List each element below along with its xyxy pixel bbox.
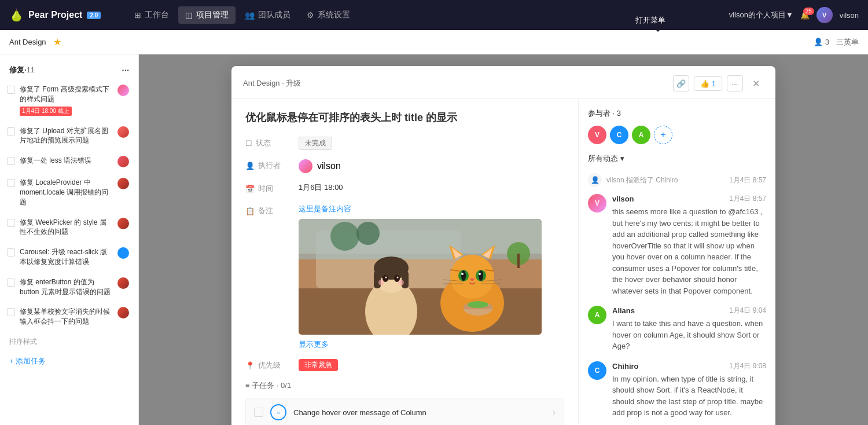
svg-rect-2 [299, 288, 542, 335]
show-more-link[interactable]: 显示更多 [299, 339, 564, 350]
task-text: Carousel: 升级 react-slick 版本以修复宽度计算错误 [20, 247, 113, 267]
settings-icon: ⚙ [307, 10, 314, 20]
participants-header: 参与者 · 3 [588, 108, 766, 119]
modal-header-actions: 🔗 👍 1 ··· ✕ [673, 75, 764, 91]
comment-content-alians: Alians 1月4日 9:04 I want to take this and… [612, 306, 766, 352]
task-detail-modal: Ant Design · 升级 🔗 👍 1 ··· ✕ [231, 66, 775, 425]
priority-value[interactable]: 非常紧急 [299, 359, 338, 371]
task-checkbox[interactable] [7, 157, 15, 165]
user-project-selector[interactable]: vilson的个人项目▼ [729, 10, 793, 20]
task-checkbox[interactable] [7, 248, 15, 257]
project-icon: ◫ [185, 10, 193, 20]
comment-text-vilson: this seems more like a question to @afc1… [612, 206, 766, 296]
sortable-text: 排序样式 [0, 332, 138, 351]
svg-point-30 [461, 273, 464, 275]
executor-field-row: 👤 执行者 vilson [245, 159, 564, 173]
task-item[interactable]: 修复了 Upload 对充扩展名图片地址的预览展示问题 [2, 122, 136, 151]
note-field-row: 📋 备注 这里是备注内容 [245, 203, 564, 350]
content-area: 打开菜单 Ant Design · 升级 🔗 👍 1 ··· ✕ [139, 54, 868, 425]
task-text: 修复 WeekPicker 的 style 属性不生效的问题 [20, 218, 113, 237]
task-checkbox[interactable] [7, 86, 15, 94]
star-icon[interactable]: ★ [53, 36, 61, 47]
time-label: 📅 时间 [245, 182, 292, 194]
svg-point-17 [398, 280, 404, 285]
participant-avatar-vilson[interactable]: V [588, 126, 606, 144]
subtask-checkbox[interactable] [254, 408, 263, 417]
svg-point-16 [378, 280, 384, 285]
task-item[interactable]: 修复 LocaleProvider 中 moment.locale 调用报错的问… [2, 173, 136, 211]
like-button[interactable]: 👍 1 [694, 76, 722, 91]
comment-content-vilson: vilson 1月4日 8:57 this seems more like a … [612, 194, 766, 296]
comment-alians: A Alians 1月4日 9:04 I want to take this a… [588, 306, 766, 352]
svg-point-15 [397, 277, 399, 279]
add-task-button[interactable]: + 添加任务 [0, 351, 138, 371]
task-item[interactable]: 修复 WeekPicker 的 style 属性不生效的问题 [2, 213, 136, 242]
sidebar-section-header: 修复·11 ⋯ [0, 61, 138, 79]
note-label: 📋 备注 [245, 203, 292, 216]
deadline-tag: 1月4日 18:00 截止 [20, 107, 72, 116]
like-count: 1 [712, 79, 716, 88]
comment-vilson: V vilson 1月4日 8:57 this seems more like … [588, 194, 766, 296]
svg-point-39 [468, 301, 488, 308]
more-options-button[interactable]: ··· [727, 75, 743, 91]
notification-bell[interactable]: 🔔 25 [800, 11, 810, 20]
user-avatar[interactable]: V [816, 7, 833, 23]
modal-overlay[interactable]: 打开菜单 Ant Design · 升级 🔗 👍 1 ··· ✕ [139, 54, 868, 425]
nav-system-settings[interactable]: ⚙ 系统设置 [300, 6, 357, 24]
note-link[interactable]: 这里是备注内容 [299, 204, 351, 213]
task-avatar [117, 126, 129, 138]
note-icon: 📋 [245, 207, 255, 215]
thumbs-up-icon: 👍 [700, 79, 709, 88]
task-avatar [117, 218, 129, 229]
comment-name-alians: Alians [612, 306, 635, 315]
role-label: 三英单 [836, 37, 859, 47]
nav-workbench[interactable]: ⊞ 工作台 [127, 6, 176, 24]
team-label: 团队成员 [258, 10, 290, 20]
add-participant-button[interactable]: + [654, 126, 672, 144]
participant-avatar-alians[interactable]: A [632, 126, 650, 144]
person-icon: 👤 [245, 162, 255, 170]
section-label: 修复·11 [9, 65, 35, 75]
task-avatar [117, 277, 129, 289]
subtask-progress-indicator: ○ [270, 404, 286, 420]
comment-name-chihiro: Chihiro [612, 362, 639, 371]
subtask-arrow-icon: › [553, 407, 556, 417]
activity-person-icon: 👤 [588, 173, 602, 187]
nav-project-management[interactable]: ◫ 项目管理 [178, 6, 236, 24]
task-item[interactable]: 修复 enterButton 的值为 button 元素时显示错误的问题 [2, 273, 136, 302]
task-checkbox[interactable] [7, 127, 15, 135]
task-item[interactable]: 修复某单校验文字消失的时候输入框会抖一下的问题 [2, 302, 136, 331]
link-button[interactable]: 🔗 [673, 75, 689, 91]
note-image [299, 219, 542, 335]
svg-point-5 [330, 222, 359, 251]
task-checkbox[interactable] [7, 219, 15, 227]
task-checkbox[interactable] [7, 308, 15, 316]
task-item[interactable]: 修复了 Form 高级搜索模式下的样式问题 1月4日 18:00 截止 [2, 80, 136, 120]
participants-avatars: V C A + [588, 126, 766, 144]
username-label: vilson [840, 11, 859, 20]
nav-team-members[interactable]: 👥 团队成员 [238, 6, 297, 24]
task-avatar [117, 178, 129, 189]
status-value[interactable]: 未完成 [299, 137, 332, 150]
close-modal-button[interactable]: ✕ [748, 75, 764, 91]
checkbox-icon: ☐ [245, 139, 252, 148]
task-title: 优化鼠标悬停在可排序的表头上时 title 的显示 [245, 111, 564, 125]
activity-filter[interactable]: 所有动态 ▾ [588, 153, 766, 164]
comment-time-alians: 1月4日 9:04 [729, 306, 766, 316]
task-item[interactable]: 修复一处 less 语法错误 [2, 151, 136, 172]
task-avatar [117, 247, 129, 259]
section-settings-icon[interactable]: ⋯ [122, 66, 129, 75]
version-badge: 2.0 [87, 12, 101, 19]
task-text: 修复了 Form 高级搜索模式下的样式问题 [20, 85, 113, 104]
participant-avatar-chihiro[interactable]: C [610, 126, 628, 144]
workbench-label: 工作台 [145, 10, 169, 20]
activity-time: 1月4日 8:57 [729, 175, 766, 185]
task-checkbox[interactable] [7, 179, 15, 187]
task-text: 修复 enterButton 的值为 button 元素时显示错误的问题 [20, 277, 113, 297]
task-avatar [117, 307, 129, 318]
priority-field-row: 📍 优先级 非常紧急 [245, 359, 564, 371]
comment-avatar-vilson: V [588, 194, 606, 212]
subtask-item[interactable]: ○ Change hover over message of Column › [245, 398, 564, 425]
task-item[interactable]: Carousel: 升级 react-slick 版本以修复宽度计算错误 [2, 243, 136, 272]
task-checkbox[interactable] [7, 279, 15, 287]
